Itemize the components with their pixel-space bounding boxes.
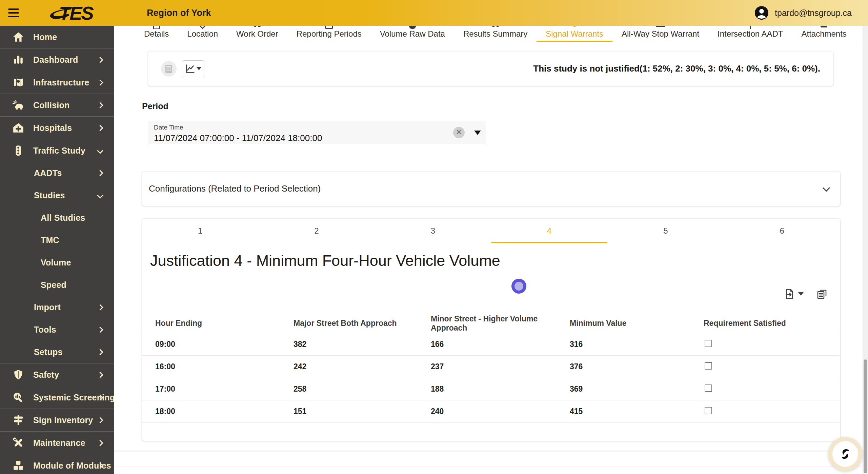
- requirement-satisfied-checkbox[interactable]: [705, 407, 712, 414]
- table-row: 18:00 151 240 415: [142, 400, 840, 423]
- home-icon: [12, 31, 24, 43]
- calculator-icon: [164, 64, 173, 73]
- database-icon: [409, 26, 416, 29]
- sidebar-item-systemic-screening[interactable]: Systemic Screening: [0, 386, 114, 409]
- datetime-field-value: 11/07/2024 07:00:00 - 11/07/2024 18:00:0…: [154, 133, 486, 143]
- map-icon: [12, 76, 24, 88]
- cubes-icon: [12, 459, 24, 472]
- requirement-satisfied-checkbox[interactable]: [705, 362, 712, 370]
- sidebar-item-tmc[interactable]: TMC: [0, 229, 114, 251]
- period-heading: Period: [142, 101, 168, 111]
- justification-tab-3[interactable]: 3: [375, 219, 491, 243]
- section-divider: [114, 451, 863, 452]
- calculate-button[interactable]: [161, 61, 177, 77]
- scrollbar-thumb[interactable]: [864, 359, 867, 473]
- dashboard-icon: [12, 54, 24, 66]
- user-email: tpardo@tnsgroup.ca: [775, 8, 852, 18]
- column-header[interactable]: Major Street Both Approach: [294, 319, 431, 328]
- tab-details[interactable]: Details: [135, 26, 178, 42]
- main-content: Details Location Work Order Reporting Pe…: [114, 26, 863, 474]
- menu-hamburger-icon[interactable]: [0, 0, 27, 26]
- sidebar-item-studies[interactable]: Studies: [0, 184, 114, 206]
- justification-tab-6[interactable]: 6: [724, 219, 840, 243]
- intersection-icon: [747, 26, 754, 29]
- tab-all-way-stop-warrant[interactable]: All-Way Stop Warrant: [612, 26, 708, 42]
- chevron-right-icon: [97, 79, 103, 85]
- sidebar-item-maintenance[interactable]: Maintenance: [0, 432, 114, 454]
- column-header[interactable]: Hour Ending: [155, 319, 294, 328]
- requirement-satisfied-checkbox[interactable]: [705, 340, 712, 347]
- sidebar-item-import[interactable]: Import: [0, 296, 114, 318]
- export-icon[interactable]: [784, 289, 795, 299]
- justification-tab-2[interactable]: 2: [258, 219, 375, 243]
- sidebar-item-setups[interactable]: Setups: [0, 341, 114, 363]
- grid-toolbar: [784, 289, 827, 299]
- loading-spinner: [511, 279, 526, 294]
- study-tab-strip: Details Location Work Order Reporting Pe…: [114, 26, 863, 42]
- dropdown-caret-icon[interactable]: [474, 131, 481, 135]
- calendar-icon: [325, 26, 333, 29]
- datetime-field-label: Date Time: [154, 124, 486, 131]
- wrench-screwdriver-icon: [12, 437, 24, 449]
- configurations-title: Configurations (Related to Period Select…: [149, 183, 321, 194]
- sidebar-item-safety[interactable]: Safety: [0, 363, 114, 386]
- vertical-scrollbar[interactable]: [863, 26, 868, 474]
- sidebar-item-collision[interactable]: Collision: [0, 94, 114, 116]
- sidebar-item-all-studies[interactable]: All Studies: [0, 206, 114, 229]
- chart-dropdown-button[interactable]: [182, 60, 204, 77]
- user-menu[interactable]: tpardo@tnsgroup.ca: [754, 6, 868, 20]
- tab-validations[interactable]: Validations: [856, 26, 863, 42]
- clear-button[interactable]: ✕: [453, 127, 465, 138]
- traffic-signal-icon: [572, 26, 577, 27]
- datetime-select-field[interactable]: Date Time 11/07/2024 07:00:00 - 11/07/20…: [148, 121, 486, 144]
- justification-card: 1 2 3 4 5 6 Justification 4 - Minimum Fo…: [142, 219, 840, 441]
- feedback-fab-button[interactable]: [828, 437, 862, 471]
- justification-tab-5[interactable]: 5: [607, 219, 724, 243]
- sidebar-item-home[interactable]: Home: [0, 26, 114, 48]
- tab-reporting-periods[interactable]: Reporting Periods: [287, 26, 371, 42]
- tab-volume-raw-data[interactable]: Volume Raw Data: [371, 26, 454, 42]
- chevron-right-icon: [97, 440, 103, 446]
- sidebar-item-tools[interactable]: Tools: [0, 318, 114, 341]
- justification-status-text: This study is not justified(1: 52%, 2: 3…: [533, 63, 820, 74]
- justification-tab-4[interactable]: 4: [491, 219, 607, 243]
- table-row: 16:00 242 237 376: [142, 356, 840, 378]
- chevron-down-icon: [197, 67, 201, 70]
- sidebar-item-aadts[interactable]: AADTs: [0, 162, 114, 184]
- shield-icon: [12, 369, 24, 381]
- export-caret-icon[interactable]: [798, 292, 804, 296]
- tab-signal-warrants[interactable]: Signal Warrants: [537, 26, 612, 42]
- column-chooser-icon[interactable]: [816, 289, 827, 299]
- region-title: Region of York: [147, 8, 211, 18]
- chevron-down-icon: [97, 192, 103, 198]
- sidebar-item-volume[interactable]: Volume: [0, 251, 114, 274]
- tab-attachments[interactable]: Attachments: [792, 26, 855, 42]
- configurations-accordion[interactable]: Configurations (Related to Period Select…: [142, 172, 840, 206]
- sidebar-nav: Home Dashboard Infrastructure Collision …: [0, 26, 114, 474]
- sidebar-item-hospitals[interactable]: Hospitals: [0, 117, 114, 139]
- chevron-right-icon: [97, 304, 103, 310]
- sidebar-item-infrastructure[interactable]: Infrastructure: [0, 71, 114, 94]
- tab-location[interactable]: Location: [178, 26, 227, 42]
- justification-title: Justification 4 - Minimum Four-Hour Vehi…: [150, 252, 840, 270]
- sidebar-item-traffic-study[interactable]: Traffic Study: [0, 139, 114, 162]
- top-app-bar: TES Region of York tpardo@tnsgroup.ca: [0, 0, 868, 26]
- justification-tab-1[interactable]: 1: [142, 219, 258, 243]
- sidebar-item-dashboard[interactable]: Dashboard: [0, 48, 114, 71]
- document-icon: [153, 26, 160, 29]
- column-header[interactable]: Minor Street - Higher Volume Approach: [431, 314, 570, 333]
- column-header[interactable]: Requirement Satisfied: [704, 319, 840, 328]
- tab-work-order[interactable]: Work Order: [227, 26, 287, 42]
- table-row: 17:00 258 188 369: [142, 378, 840, 400]
- chevron-down-icon: [823, 184, 830, 192]
- tab-results-summary[interactable]: Results Summary: [454, 26, 537, 42]
- sidebar-item-sign-inventory[interactable]: Sign Inventory: [0, 409, 114, 431]
- chevron-down-icon: [97, 147, 103, 154]
- tab-intersection-aadt[interactable]: Intersection AADT: [708, 26, 792, 42]
- justification-tab-strip: 1 2 3 4 5 6: [142, 219, 840, 243]
- sidebar-item-speed[interactable]: Speed: [0, 274, 114, 296]
- requirement-satisfied-checkbox[interactable]: [705, 384, 712, 392]
- app-logo: TES: [47, 2, 118, 24]
- sidebar-item-module-of-modules[interactable]: Module of Modules: [0, 454, 114, 474]
- column-header[interactable]: Minimum Value: [570, 319, 704, 328]
